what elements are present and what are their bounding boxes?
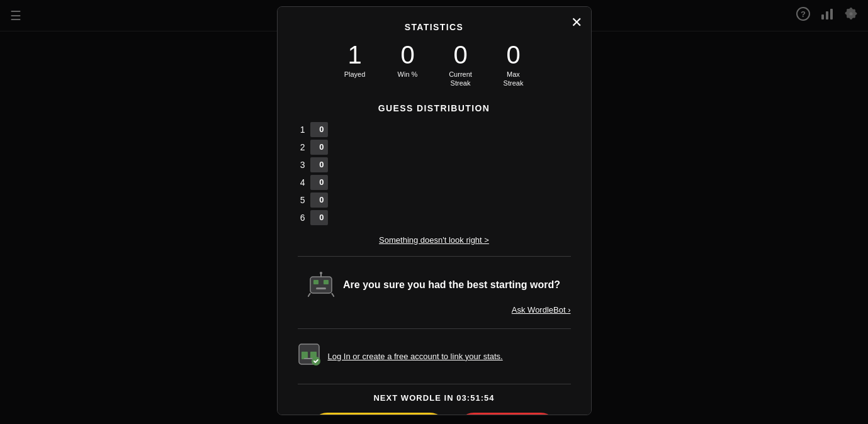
- stat-played: 1 Played: [336, 42, 374, 88]
- spelling-bee-button[interactable]: Play Spelling Bee 🐝: [310, 413, 447, 415]
- divider-1: [298, 256, 571, 257]
- stat-win-pct-value: 0: [400, 42, 414, 67]
- guess-num-3: 3: [298, 160, 305, 170]
- login-section: Log In or create a free account to link …: [298, 338, 571, 375]
- guess-row-3: 30: [298, 157, 571, 172]
- svg-rect-6: [313, 280, 318, 284]
- wordlebot-link[interactable]: Ask WordleBot ›: [512, 305, 571, 315]
- guess-bar-container-4: 0: [310, 175, 571, 190]
- next-wordle-label: NEXT WORDLE IN 03:51:54: [298, 393, 571, 403]
- guess-num-1: 1: [298, 125, 305, 135]
- guess-bar-container-6: 0: [310, 210, 571, 225]
- bottom-buttons: Play Spelling Bee 🐝 Share: [298, 413, 571, 415]
- divider-2: [298, 328, 571, 329]
- guess-bar-container-3: 0: [310, 157, 571, 172]
- stat-max-streak-label: Max Streak: [504, 70, 524, 88]
- login-icon: [298, 343, 320, 370]
- svg-point-10: [320, 272, 322, 274]
- guess-bar-container-1: 0: [310, 122, 571, 137]
- guess-num-6: 6: [298, 213, 305, 223]
- stats-row: 1 Played 0 Win % 0 Current Streak 0 Max …: [298, 42, 571, 88]
- svg-line-12: [332, 293, 334, 297]
- divider-3: [298, 384, 571, 384]
- guess-bar-container-5: 0: [310, 192, 571, 208]
- guess-bar-5: 0: [310, 192, 328, 208]
- login-text[interactable]: Log In or create a free account to link …: [328, 352, 503, 361]
- guess-row-5: 50: [298, 192, 571, 208]
- guess-bar-3: 0: [310, 157, 328, 172]
- stat-played-value: 1: [347, 42, 361, 67]
- svg-line-11: [308, 293, 310, 297]
- modal-title: STATISTICS: [298, 22, 571, 32]
- svg-rect-8: [316, 287, 326, 289]
- wordlebot-icon: [308, 271, 334, 300]
- guess-row-4: 40: [298, 175, 571, 190]
- guess-distribution-title: GUESS DISTRIBUTION: [298, 103, 571, 113]
- modal-overlay: ✕ STATISTICS 1 Played 0 Win % 0 Current …: [0, 0, 868, 424]
- guess-distribution: 102030405060: [298, 122, 571, 225]
- stat-max-streak: 0 Max Streak: [495, 42, 533, 88]
- guess-bar-4: 0: [310, 175, 328, 190]
- stat-win-pct: 0 Win %: [389, 42, 427, 88]
- next-wordle-timer: 03:51:54: [456, 393, 494, 403]
- guess-row-6: 60: [298, 210, 571, 225]
- close-button[interactable]: ✕: [571, 16, 582, 30]
- svg-rect-7: [324, 280, 329, 284]
- wordlebot-question: Are you sure you had the best starting w…: [343, 279, 560, 291]
- wordlebot-top: Are you sure you had the best starting w…: [308, 271, 560, 300]
- guess-bar-2: 0: [310, 140, 328, 155]
- guess-num-2: 2: [298, 142, 305, 152]
- stat-win-pct-label: Win %: [398, 70, 418, 79]
- statistics-modal: ✕ STATISTICS 1 Played 0 Win % 0 Current …: [277, 6, 592, 415]
- guess-row-1: 10: [298, 122, 571, 137]
- guess-num-5: 5: [298, 195, 305, 205]
- stat-played-label: Played: [344, 70, 366, 79]
- guess-bar-1: 0: [310, 122, 328, 137]
- share-button[interactable]: Share: [457, 413, 558, 415]
- stat-current-streak: 0 Current Streak: [442, 42, 480, 88]
- guess-bar-container-2: 0: [310, 140, 571, 155]
- stat-current-streak-label: Current Streak: [449, 70, 472, 88]
- guess-num-4: 4: [298, 177, 305, 187]
- guess-bar-6: 0: [310, 210, 328, 225]
- something-wrong-link[interactable]: Something doesn't look right >: [298, 235, 571, 245]
- wordlebot-section: Are you sure you had the best starting w…: [298, 265, 571, 320]
- svg-rect-5: [310, 277, 332, 293]
- stat-max-streak-value: 0: [506, 42, 520, 67]
- guess-row-2: 20: [298, 140, 571, 155]
- stat-current-streak-value: 0: [453, 42, 467, 67]
